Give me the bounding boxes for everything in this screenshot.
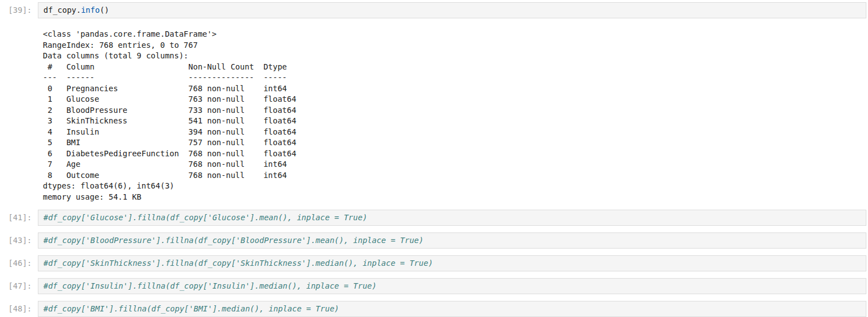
execution-count-prompt-41: [41]: [0,210,38,223]
code-method-token: info [81,6,100,14]
code-cell-39: [39]: df_copy.info() [0,2,868,18]
cell-output-39: <class 'pandas.core.frame.DataFrame'> Ra… [0,25,868,210]
code-paren-token: () [100,6,109,14]
code-input-46[interactable]: #df_copy['SkinThickness'].fillna(df_copy… [38,255,866,271]
code-comment-token: #df_copy['Insulin'].fillna(df_copy['Insu… [43,281,376,290]
execution-count-prompt-46: [46]: [0,255,38,269]
execution-count-prompt-48: [48]: [0,301,38,314]
code-input-47[interactable]: #df_copy['Insulin'].fillna(df_copy['Insu… [38,278,866,294]
execution-count-prompt-47: [47]: [0,278,38,291]
code-cell-41: [41]: #df_copy['Glucose'].fillna(df_copy… [0,210,868,226]
code-comment-token: #df_copy['BMI'].fillna(df_copy['BMI'].me… [43,304,339,313]
code-cell-47: [47]: #df_copy['Insulin'].fillna(df_copy… [0,278,868,294]
code-cell-43: [43]: #df_copy['BloodPressure'].fillna(d… [0,232,868,249]
code-cell-48: [48]: #df_copy['BMI'].fillna(df_copy['BM… [0,301,868,317]
code-input-41[interactable]: #df_copy['Glucose'].fillna(df_copy['Gluc… [38,210,866,226]
execution-count-prompt-39: [39]: [0,2,38,16]
code-object-token: df_copy. [43,6,81,14]
execution-count-prompt-43: [43]: [0,232,38,246]
dataframe-info-output: <class 'pandas.core.frame.DataFrame'> Ra… [38,29,296,202]
code-input-39[interactable]: df_copy.info() [38,2,866,18]
code-comment-token: #df_copy['SkinThickness'].fillna(df_copy… [43,259,433,268]
code-input-43[interactable]: #df_copy['BloodPressure'].fillna(df_copy… [38,232,866,249]
code-input-48[interactable]: #df_copy['BMI'].fillna(df_copy['BMI'].me… [38,301,866,317]
notebook-cell-area: [39]: df_copy.info() <class 'pandas.core… [0,0,868,317]
code-cell-46: [46]: #df_copy['SkinThickness'].fillna(d… [0,255,868,271]
code-comment-token: #df_copy['Glucose'].fillna(df_copy['Gluc… [43,213,367,222]
code-comment-token: #df_copy['BloodPressure'].fillna(df_copy… [43,236,424,245]
